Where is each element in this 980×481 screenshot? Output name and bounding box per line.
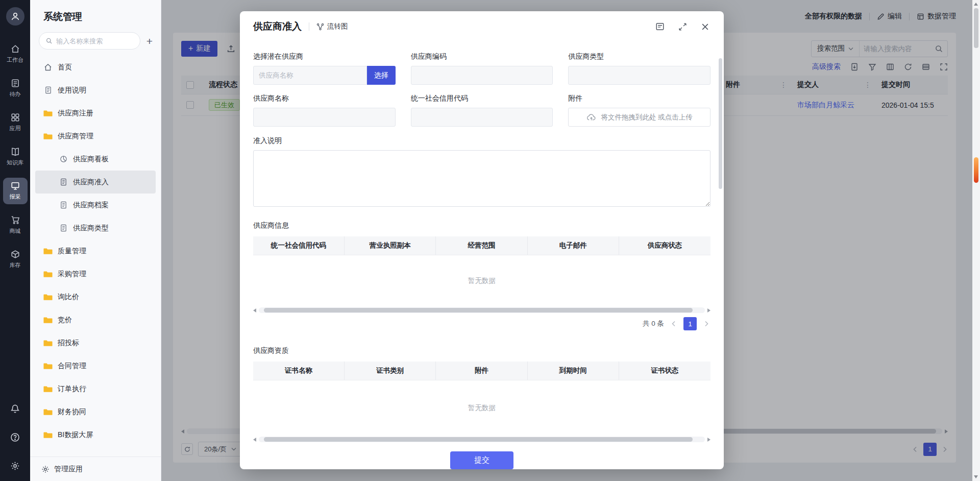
- help-icon[interactable]: [8, 430, 22, 444]
- sidebar-item-label: 质量管理: [58, 247, 86, 256]
- sidebar-item-instructions[interactable]: 使用说明: [35, 79, 156, 102]
- scroll-position-marker[interactable]: [974, 157, 978, 183]
- sidebar-item-rfq[interactable]: 询比价: [35, 285, 156, 308]
- flow-chart-link[interactable]: 流转图: [316, 22, 348, 31]
- sidebar-item-supplier-archive[interactable]: 供应商档案: [35, 194, 156, 217]
- supplier-name-input[interactable]: [259, 113, 390, 121]
- supplier-code-input[interactable]: [416, 71, 548, 79]
- supplier-type-field: 供应商类型: [568, 52, 710, 85]
- modal-scrollbar-thumb[interactable]: [719, 58, 722, 189]
- sidebar-item-bidding[interactable]: 竞价: [35, 308, 156, 331]
- file-upload-dropzone[interactable]: 将文件拖拽到此处 或点击上传: [568, 108, 710, 127]
- scroll-right-arrow[interactable]: [707, 438, 710, 442]
- column-label: 证书类别: [345, 362, 436, 380]
- scroll-left-arrow[interactable]: [253, 308, 256, 312]
- sidebar-item-tendering[interactable]: 招投标: [35, 331, 156, 354]
- sidebar-search-input[interactable]: [56, 37, 133, 45]
- dashboard-pie-icon: [59, 155, 68, 163]
- rail-item-label: 工作台: [7, 56, 23, 64]
- sidebar-item-supplier-type[interactable]: 供应商类型: [35, 217, 156, 239]
- supplier-form: 选择潜在供应商 选择 供应商编码 供应商类型 供应商名称 统一社会信用代码: [253, 52, 710, 127]
- table-pagination: 共 0 条 1: [253, 314, 710, 333]
- credit-code-input[interactable]: [416, 113, 548, 121]
- sidebar-item-contracts[interactable]: 合同管理: [35, 354, 156, 377]
- total-count: 共 0 条: [643, 319, 664, 328]
- rail-item-workbench[interactable]: 工作台: [3, 41, 28, 67]
- apps-grid-icon: [11, 113, 20, 122]
- current-page-button[interactable]: 1: [683, 317, 697, 330]
- field-label: 供应商名称: [253, 94, 396, 103]
- scrollbar-track[interactable]: [259, 437, 705, 442]
- credit-code-field: 统一社会信用代码: [411, 94, 553, 127]
- form-view-icon[interactable]: [655, 22, 665, 31]
- table-header: 统一社会信用代码 营业执照副本 经营范围 电子邮件 供应商状态: [253, 236, 710, 255]
- folder-icon: [43, 385, 53, 393]
- sidebar-item-supplier-dashboard[interactable]: 供应商看板: [35, 148, 156, 171]
- sidebar-item-bi-screen[interactable]: BI数据大屏: [35, 423, 156, 446]
- scrollbar-track[interactable]: [259, 307, 705, 313]
- supplier-qualification-section-title: 供应商资质: [253, 346, 710, 355]
- rail-item-knowledge[interactable]: 知识库: [3, 143, 28, 170]
- supplier-info-table: 统一社会信用代码 营业执照副本 经营范围 电子邮件 供应商状态 暂无数据 共 0…: [253, 236, 710, 333]
- rail-item-mall[interactable]: 商城: [3, 212, 28, 238]
- sidebar-item-home[interactable]: 首页: [35, 56, 156, 79]
- prev-page-arrow[interactable]: [671, 321, 677, 327]
- sidebar-item-label: 采购管理: [58, 270, 86, 279]
- rail-item-procurement[interactable]: 报采: [3, 178, 28, 204]
- box-icon: [11, 250, 20, 259]
- rail-bottom-icons: [8, 401, 22, 473]
- sidebar-item-supplier-management[interactable]: 供应商管理: [35, 125, 156, 148]
- sidebar-item-finance[interactable]: 财务协同: [35, 400, 156, 423]
- folder-icon: [43, 362, 53, 370]
- folder-icon: [43, 247, 53, 255]
- sidebar-item-label: 首页: [58, 63, 72, 72]
- close-icon[interactable]: [701, 22, 709, 31]
- book-icon: [11, 147, 20, 156]
- rail-item-apps[interactable]: 应用: [3, 109, 28, 136]
- remark-textarea[interactable]: [253, 150, 710, 207]
- sidebar-item-label: 订单执行: [58, 384, 86, 394]
- scroll-down-arrow[interactable]: [974, 475, 978, 478]
- divider: [309, 22, 309, 31]
- cloud-upload-icon: [586, 113, 596, 121]
- folder-icon: [43, 270, 53, 278]
- scroll-right-arrow[interactable]: [707, 308, 710, 312]
- rail-item-label: 库存: [10, 261, 21, 269]
- sidebar-item-supplier-register[interactable]: 供应商注册: [35, 102, 156, 125]
- rail-item-todo[interactable]: 待办: [3, 75, 28, 102]
- user-avatar[interactable]: [6, 7, 24, 26]
- column-label: 供应商状态: [619, 236, 710, 255]
- workbench-icon: [11, 44, 20, 54]
- flow-chart-label: 流转图: [327, 22, 348, 31]
- page-scrollbar-thumb[interactable]: [974, 8, 978, 48]
- scrollbar-thumb[interactable]: [264, 308, 693, 312]
- scroll-up-arrow[interactable]: [974, 3, 978, 6]
- potential-supplier-input[interactable]: [259, 71, 361, 79]
- settings-gear-icon[interactable]: [8, 459, 22, 473]
- field-label: 供应商编码: [411, 52, 553, 61]
- notifications-bell-icon[interactable]: [8, 401, 22, 416]
- table-horizontal-scrollbar: [253, 306, 710, 314]
- column-label: 证书状态: [619, 362, 710, 380]
- upload-hint-text: 将文件拖拽到此处 或点击上传: [601, 113, 693, 122]
- manage-apps-button[interactable]: 管理应用: [30, 456, 161, 481]
- add-menu-plus-icon[interactable]: +: [146, 36, 153, 46]
- submit-button[interactable]: 提交: [450, 451, 513, 469]
- scrollbar-thumb[interactable]: [264, 437, 693, 442]
- modal-header-icons: [655, 22, 709, 31]
- field-label: 选择潜在供应商: [253, 52, 396, 61]
- sidebar-item-purchasing[interactable]: 采购管理: [35, 262, 156, 285]
- fullscreen-icon[interactable]: [678, 22, 687, 31]
- supplier-type-input[interactable]: [574, 71, 705, 79]
- sidebar-item-orders[interactable]: 订单执行: [35, 377, 156, 400]
- next-page-arrow[interactable]: [703, 321, 709, 327]
- scroll-left-arrow[interactable]: [253, 438, 256, 442]
- sidebar-item-quality[interactable]: 质量管理: [35, 239, 156, 262]
- rail-item-inventory[interactable]: 库存: [3, 246, 28, 273]
- select-supplier-button[interactable]: 选择: [367, 66, 396, 85]
- sidebar-item-supplier-access[interactable]: 供应商准入: [35, 171, 156, 194]
- app-rail: 工作台 待办 应用 知识库 报采 商城 库存: [0, 0, 30, 481]
- modal-header: 供应商准入 流转图: [240, 11, 724, 42]
- sidebar-item-label: BI数据大屏: [58, 430, 93, 440]
- sidebar-search-row: +: [30, 23, 161, 54]
